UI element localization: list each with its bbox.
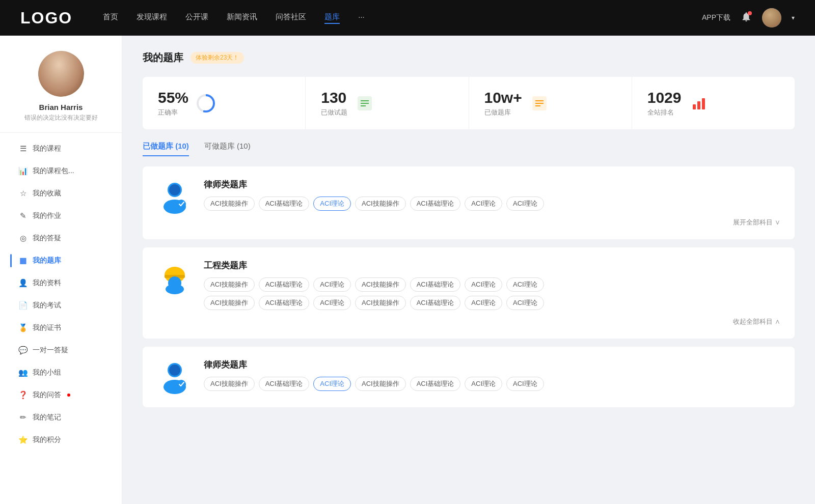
- tag-active[interactable]: ACI理论: [313, 377, 351, 391]
- sidebar-item-my-homework[interactable]: ✎ 我的作业: [10, 205, 122, 227]
- sidebar-item-my-qa[interactable]: ◎ 我的答疑: [10, 228, 122, 249]
- page-title: 我的题库: [143, 51, 183, 65]
- sidebar: Brian Harris 错误的决定比没有决定要好 ☰ 我的课程 📊 我的课程包…: [0, 36, 122, 504]
- tag[interactable]: ACI技能操作: [355, 296, 406, 310]
- tag[interactable]: ACI技能操作: [355, 377, 406, 391]
- nav-discover[interactable]: 发现课程: [137, 12, 167, 24]
- sidebar-profile: Brian Harris 错误的决定比没有决定要好: [0, 51, 122, 133]
- group-icon: 👥: [18, 368, 28, 377]
- nav-qbank[interactable]: 题库: [324, 12, 340, 24]
- tag[interactable]: ACI基础理论: [259, 296, 310, 310]
- tag[interactable]: ACI理论: [313, 296, 351, 310]
- one-on-one-icon: 💬: [18, 346, 28, 355]
- nav-open[interactable]: 公开课: [185, 12, 208, 24]
- ranking-icon: [689, 93, 709, 114]
- app-download-button[interactable]: APP下载: [702, 13, 730, 22]
- sidebar-label: 我的考试: [33, 301, 61, 310]
- sidebar-item-my-exam[interactable]: 📄 我的考试: [10, 295, 122, 316]
- cert-icon: 🏅: [18, 323, 28, 332]
- tag[interactable]: ACI理论: [506, 377, 544, 391]
- notification-bell[interactable]: [741, 11, 752, 24]
- sidebar-item-my-profile[interactable]: 👤 我的资料: [10, 272, 122, 294]
- sidebar-item-one-on-one[interactable]: 💬 一对一答疑: [10, 340, 122, 361]
- sidebar-item-my-course[interactable]: ☰ 我的课程: [10, 138, 122, 159]
- sidebar-item-my-cert[interactable]: 🏅 我的证书: [10, 317, 122, 339]
- stat-done-banks: 10w+ 已做题库: [469, 77, 632, 129]
- sidebar-item-my-questions[interactable]: ❓ 我的问答: [10, 384, 122, 406]
- svg-point-13: [169, 184, 180, 195]
- tag[interactable]: ACI基础理论: [259, 277, 310, 292]
- tag[interactable]: ACI技能操作: [355, 197, 406, 211]
- tag[interactable]: ACI基础理论: [410, 277, 461, 292]
- tags-row-engineer-1: ACI技能操作 ACI基础理论 ACI理论 ACI技能操作 ACI基础理论 AC…: [204, 277, 780, 292]
- sidebar-item-my-package[interactable]: 📊 我的课程包...: [10, 160, 122, 182]
- sidebar-label: 我的题库: [33, 256, 61, 265]
- tags-row-engineer-2: ACI技能操作 ACI基础理论 ACI理论 ACI技能操作 ACI基础理论 AC…: [204, 296, 780, 310]
- trial-badge: 体验剩余23天！: [191, 52, 244, 64]
- expand-link-lawyer-1[interactable]: 展开全部科目 ∨: [204, 215, 780, 227]
- tag[interactable]: ACI基础理论: [259, 197, 310, 211]
- sidebar-label: 一对一答疑: [33, 346, 68, 355]
- nav-news[interactable]: 新闻资讯: [227, 12, 257, 24]
- nav-more[interactable]: ···: [358, 12, 365, 24]
- homework-icon: ✎: [18, 211, 28, 220]
- profile-avatar: [38, 51, 84, 97]
- user-menu-chevron[interactable]: ▾: [792, 14, 795, 21]
- stat-label-rank: 全站排名: [647, 108, 682, 117]
- stats-row: 55% 正确率 130 已做试题: [143, 77, 795, 129]
- tag[interactable]: ACI技能操作: [355, 277, 406, 292]
- sidebar-menu: ☰ 我的课程 📊 我的课程包... ☆ 我的收藏 ✎ 我的作业 ◎ 我的答疑 ▦: [0, 138, 122, 451]
- svg-point-21: [169, 365, 180, 376]
- tag[interactable]: ACI理论: [313, 277, 351, 292]
- user-avatar[interactable]: [762, 8, 781, 27]
- lawyer-icon: [157, 179, 193, 214]
- tag[interactable]: ACI技能操作: [204, 277, 255, 292]
- tag[interactable]: ACI技能操作: [204, 197, 255, 211]
- sidebar-item-my-group[interactable]: 👥 我的小组: [10, 362, 122, 383]
- avatar-image: [762, 8, 781, 27]
- svg-rect-8: [693, 104, 696, 109]
- tab-available-banks[interactable]: 可做题库 (10): [204, 142, 251, 156]
- tags-row-lawyer-2: ACI技能操作 ACI基础理论 ACI理论 ACI技能操作 ACI基础理论 AC…: [204, 377, 780, 391]
- sidebar-label: 我的笔记: [33, 413, 61, 422]
- qbank-title-lawyer-2: 律师类题库: [204, 359, 780, 371]
- tag[interactable]: ACI基础理论: [259, 377, 310, 391]
- course-icon: ☰: [18, 144, 28, 153]
- tag[interactable]: ACI理论: [465, 296, 502, 310]
- logo[interactable]: LOGO: [20, 9, 72, 27]
- tag[interactable]: ACI技能操作: [204, 377, 255, 391]
- tag[interactable]: ACI理论: [465, 197, 502, 211]
- qa-icon: ◎: [18, 234, 28, 243]
- tag[interactable]: ACI基础理论: [410, 197, 461, 211]
- sidebar-item-my-favorites[interactable]: ☆ 我的收藏: [10, 183, 122, 204]
- stat-value-done-q: 130: [321, 89, 347, 106]
- nav-right: APP下载 ▾: [702, 8, 795, 27]
- svg-rect-10: [702, 98, 705, 109]
- tag[interactable]: ACI理论: [506, 296, 544, 310]
- tag[interactable]: ACI技能操作: [204, 296, 255, 310]
- nav-qa[interactable]: 问答社区: [276, 12, 306, 24]
- sidebar-item-my-qbank[interactable]: ▦ 我的题库: [10, 250, 122, 271]
- tag[interactable]: ACI理论: [465, 377, 502, 391]
- tag[interactable]: ACI理论: [506, 197, 544, 211]
- stat-done-questions: 130 已做试题: [306, 77, 469, 129]
- sidebar-label: 我的答疑: [33, 234, 61, 243]
- tag[interactable]: ACI理论: [506, 277, 544, 292]
- stat-value-rank: 1029: [647, 89, 682, 106]
- nav-home[interactable]: 首页: [103, 12, 118, 24]
- sidebar-label: 我的作业: [33, 211, 61, 220]
- sidebar-label: 我的积分: [33, 435, 61, 444]
- pie-chart-icon: [197, 94, 215, 113]
- collapse-link-engineer[interactable]: 收起全部科目 ∧: [204, 314, 780, 326]
- engineer-icon: [157, 260, 193, 295]
- exam-icon: 📄: [18, 301, 28, 310]
- tag[interactable]: ACI理论: [465, 277, 502, 292]
- sidebar-item-my-points[interactable]: ⭐ 我的积分: [10, 429, 122, 451]
- tag[interactable]: ACI基础理论: [410, 296, 461, 310]
- stat-label-done-q: 已做试题: [321, 108, 347, 117]
- navbar: LOGO 首页 发现课程 公开课 新闻资讯 问答社区 题库 ··· APP下载 …: [0, 0, 815, 36]
- tag[interactable]: ACI基础理论: [410, 377, 461, 391]
- tab-done-banks[interactable]: 已做题库 (10): [143, 142, 189, 156]
- tag-active[interactable]: ACI理论: [313, 197, 351, 211]
- sidebar-item-my-notes[interactable]: ✏ 我的笔记: [10, 407, 122, 428]
